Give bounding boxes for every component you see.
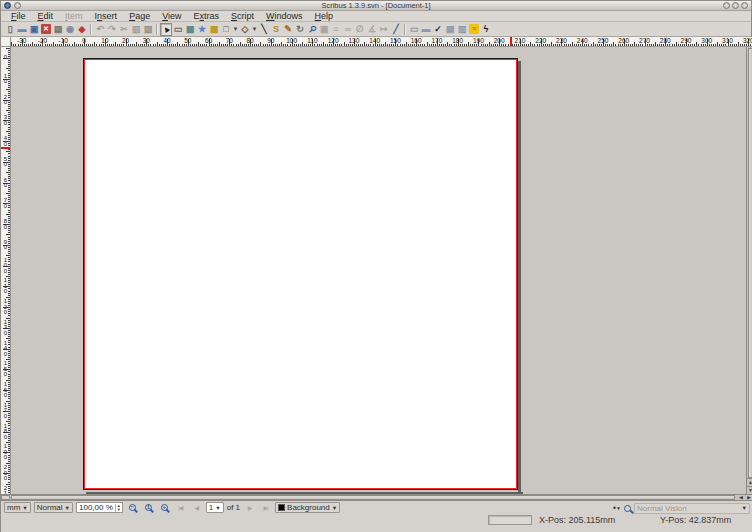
link-text-frames-button[interactable]: ∞ (342, 23, 354, 36)
zoom-out-button[interactable]: − (126, 502, 139, 513)
insert-shape-button[interactable]: □ (220, 23, 232, 36)
title-bar[interactable]: Scribus 1.3.9.svn - [Document-1] (1, 1, 751, 11)
ruler-tick (134, 44, 135, 47)
insert-render-frame-button[interactable]: ★ (196, 23, 208, 36)
measurements-button[interactable]: ∡ (366, 23, 378, 36)
insert-image-frame-button[interactable]: ▩ (184, 23, 196, 36)
first-page-button[interactable]: |◀ (174, 502, 187, 513)
story-editor-button[interactable]: ≡ (330, 23, 342, 36)
insert-polygon-button[interactable]: ◇ (239, 23, 251, 36)
zoom-in-icon: + (161, 504, 168, 511)
spinner-arrows-icon[interactable]: ▲▼ (115, 504, 122, 512)
maximize-icon[interactable] (732, 2, 739, 9)
horizontal-ruler[interactable]: -30-20-100102030405060708090100110120130… (11, 37, 752, 47)
ruler-tick (51, 44, 52, 47)
ruler-tick (90, 44, 91, 47)
zoom-level-spinner[interactable]: 100,00 % ▲▼ (76, 502, 123, 513)
insert-line-button[interactable]: ╲ (258, 23, 270, 36)
dropdown-arrow-icon[interactable]: ▼ (232, 26, 239, 32)
vertical-scrollbar-thumb[interactable] (748, 48, 752, 478)
dropdown-arrow-icon[interactable]: ▼ (251, 26, 258, 32)
app-menu-icon[interactable] (4, 2, 11, 9)
document-canvas[interactable] (11, 47, 746, 494)
zoom-100-button[interactable]: 1 (142, 502, 155, 513)
redo-button[interactable]: ↷ (106, 23, 118, 36)
scroll-right-icon[interactable]: ▶ (745, 495, 752, 500)
paste-button[interactable]: ▧ (142, 23, 154, 36)
document-page[interactable] (83, 58, 518, 490)
preflight-verifier-button[interactable]: ◉ (64, 23, 76, 36)
ruler-tick (406, 42, 407, 47)
ruler-tick (8, 419, 11, 420)
menu-item[interactable]: Item (59, 11, 89, 22)
scroll-left-icon[interactable]: ◀ (737, 495, 745, 500)
ruler-tick (8, 185, 11, 186)
insert-bezier-curve-button[interactable]: S (270, 23, 282, 36)
ruler-tick (8, 477, 11, 478)
rotate-item-button[interactable]: ↻ (294, 23, 306, 36)
page-number-select[interactable]: 1 ▼ (206, 502, 224, 513)
preview-mode-icon[interactable] (624, 505, 631, 512)
ruler-tick (358, 44, 359, 47)
eye-dropper-button[interactable]: ╱ (390, 23, 402, 36)
pdf-list-box-button[interactable]: ▥ (456, 23, 468, 36)
save-as-pdf-button[interactable]: ◆ (76, 23, 88, 36)
zoom-in-button[interactable]: + (158, 502, 171, 513)
menu-script[interactable]: Script (225, 11, 260, 22)
menu-help[interactable]: Help (309, 11, 340, 22)
insert-text-frame-button[interactable]: ▭ (172, 23, 184, 36)
ruler-origin[interactable] (1, 37, 11, 47)
link-annotation-button[interactable]: ϟ (480, 23, 492, 36)
close-button[interactable]: ✕ (40, 23, 52, 36)
pdf-text-field-button[interactable]: ▬ (420, 23, 432, 36)
menu-file[interactable]: File (5, 11, 32, 22)
new-document-button[interactable]: ▯ (4, 23, 16, 36)
scroll-up-icon[interactable]: ▲ (747, 478, 752, 485)
menu-insert[interactable]: Insert (89, 11, 124, 22)
menu-windows[interactable]: Windows (260, 11, 309, 22)
ruler-tick (8, 50, 11, 51)
ruler-tick (150, 44, 151, 47)
scroll-down-icon[interactable]: ▼ (747, 486, 752, 493)
insert-table-button[interactable]: ▦ (208, 23, 220, 36)
quality-select[interactable]: Normal ▼ (34, 502, 73, 513)
color-management-icon[interactable]: ▪▼ (613, 502, 621, 514)
pdf-push-button-button[interactable]: ▭ (408, 23, 420, 36)
next-page-button[interactable]: ▶ (243, 502, 256, 513)
ruler-tick (584, 44, 585, 47)
sticky-icon[interactable] (14, 2, 21, 9)
last-page-button[interactable]: ▶| (259, 502, 272, 513)
ruler-tick (86, 44, 87, 47)
copy-item-properties-button[interactable]: ↦ (378, 23, 390, 36)
menu-extras[interactable]: Extras (188, 11, 226, 22)
cut-button[interactable]: ✂ (118, 23, 130, 36)
menu-edit[interactable]: Edit (32, 11, 60, 22)
pdf-combo-box-button[interactable]: ▤ (444, 23, 456, 36)
save-button[interactable]: ▣ (28, 23, 40, 36)
unit-select[interactable]: mm ▼ (4, 502, 31, 513)
zoom-button[interactable]: ⚲ (306, 23, 318, 36)
ruler-tick (215, 44, 216, 47)
text-annotation-button[interactable]: ≡ (468, 23, 480, 36)
ruler-tick (449, 44, 450, 47)
edit-contents-button[interactable]: ▣ (318, 23, 330, 36)
vertical-ruler[interactable]: 01 02 03 04 05 06 07 08 09 01 0 01 1 01 … (1, 47, 11, 494)
undo-button[interactable]: ↶ (94, 23, 106, 36)
print-button[interactable]: ▤ (52, 23, 64, 36)
layer-select[interactable]: Background ▼ (275, 502, 340, 513)
copy-button[interactable]: ▥ (130, 23, 142, 36)
open-button[interactable]: ▬ (16, 23, 28, 36)
horizontal-scrollbar[interactable]: ◀ ▶ (1, 494, 752, 501)
insert-freehand-line-button[interactable]: ✎ (282, 23, 294, 36)
close-window-icon[interactable] (741, 2, 748, 9)
select-item-button[interactable]: ▲ (160, 23, 172, 36)
vision-select[interactable]: Normal Vision ▼ (634, 503, 750, 514)
pdf-check-box-button[interactable]: ✓ (432, 23, 444, 36)
vertical-scrollbar[interactable]: ▲ ▼ (746, 47, 752, 494)
previous-page-button[interactable]: ◀ (190, 502, 203, 513)
unlink-text-frames-button[interactable]: ∅ (354, 23, 366, 36)
menu-page[interactable]: Page (123, 11, 156, 22)
horizontal-scrollbar-thumb[interactable] (11, 495, 735, 500)
menu-view[interactable]: View (156, 11, 187, 22)
minimize-icon[interactable] (723, 2, 730, 9)
